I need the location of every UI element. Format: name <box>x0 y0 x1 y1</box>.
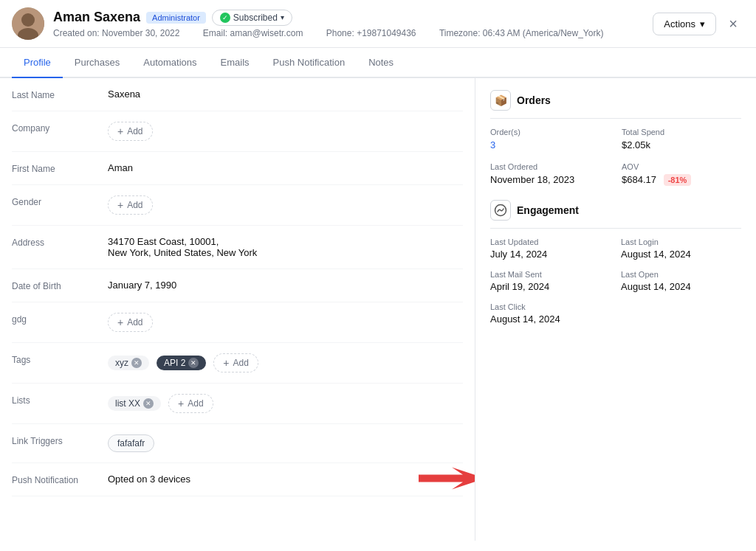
eng-last-open: Last Open August 14, 2024 <box>621 270 741 292</box>
list-xx: list XX ✕ <box>108 396 161 411</box>
tab-automations[interactable]: Automations <box>131 48 208 78</box>
subscribed-label: Subscribed <box>233 13 278 23</box>
eng-last-click: Last Click August 14, 2024 <box>490 302 611 325</box>
role-badge: Administrator <box>146 12 206 24</box>
engagement-title: Engagement <box>517 204 579 216</box>
user-name: Aman Saxena <box>53 10 140 25</box>
engagement-section: Engagement Last Updated July 14, 2024 La… <box>490 200 741 325</box>
engagement-header: Engagement <box>490 200 741 229</box>
aov-badge: -81% <box>664 174 692 186</box>
remove-list-xx[interactable]: ✕ <box>143 398 154 409</box>
check-icon <box>220 13 230 23</box>
main-content: Last Name Saxena Company Add First Name … <box>0 78 756 541</box>
header-info: Aman Saxena Administrator Subscribed ▾ C… <box>53 10 644 38</box>
tab-profile[interactable]: Profile <box>12 48 63 78</box>
svg-marker-3 <box>419 468 475 490</box>
tab-notes[interactable]: Notes <box>357 48 405 78</box>
eng-last-login: Last Login August 14, 2024 <box>621 238 741 260</box>
stat-orders: Order(s) 3 <box>490 128 610 150</box>
stat-aov: AOV $684.17 -81% <box>622 162 741 185</box>
orders-icon: 📦 <box>490 90 511 111</box>
field-lists: Lists list XX ✕ Add <box>12 384 463 424</box>
avatar <box>12 7 44 40</box>
eng-last-updated: Last Updated July 14, 2024 <box>490 238 611 260</box>
add-company-button[interactable]: Add <box>108 122 153 141</box>
svg-point-1 <box>21 13 35 27</box>
stat-last-ordered: Last Ordered November 18, 2023 <box>490 162 610 185</box>
header-actions: Actions ▾ × <box>653 13 744 35</box>
engagement-stats: Last Updated July 14, 2024 Last Login Au… <box>490 238 741 325</box>
field-push-notification: Push Notification Opted on 3 devices <box>12 463 463 496</box>
chevron-down-icon: ▾ <box>700 18 705 30</box>
remove-tag-xyz[interactable]: ✕ <box>131 358 142 368</box>
link-trigger-chip: fafafafr <box>108 434 154 452</box>
tabs: Profile Purchases Automations Emails Pus… <box>0 48 756 78</box>
add-tag-button[interactable]: Add <box>213 353 258 372</box>
field-gdg: gdg Add <box>12 302 463 343</box>
engagement-icon <box>490 200 511 221</box>
add-gender-button[interactable]: Add <box>108 195 153 215</box>
subscribed-badge[interactable]: Subscribed ▾ <box>212 10 292 26</box>
add-gdg-button[interactable]: Add <box>108 313 153 332</box>
tag-api2: API 2 ✕ <box>157 356 206 370</box>
arrow-annotation <box>419 464 475 496</box>
field-address: Address 34170 East Coast, 10001, New Yor… <box>12 226 463 269</box>
field-dob: Date of Birth January 7, 1990 <box>12 269 463 302</box>
field-tags: Tags xyz ✕ API 2 ✕ Add <box>12 343 463 384</box>
right-panel: 📦 Orders Order(s) 3 Total Spend $2.05k L… <box>475 78 756 541</box>
tab-push-notification[interactable]: Push Notification <box>261 48 357 78</box>
tab-purchases[interactable]: Purchases <box>63 48 131 78</box>
header: Aman Saxena Administrator Subscribed ▾ C… <box>0 0 756 48</box>
chevron-down-icon: ▾ <box>281 13 284 21</box>
field-company: Company Add <box>12 111 463 152</box>
field-first-name: First Name Aman <box>12 152 463 185</box>
header-meta: Created on: November 30, 2022 Email: ama… <box>53 28 644 38</box>
actions-button[interactable]: Actions ▾ <box>653 13 716 35</box>
field-gender: Gender Add <box>12 185 463 226</box>
stat-total-spend: Total Spend $2.05k <box>622 128 741 150</box>
add-list-button[interactable]: Add <box>168 394 213 413</box>
orders-stats: Order(s) 3 Total Spend $2.05k Last Order… <box>490 128 741 185</box>
remove-tag-api2[interactable]: ✕ <box>188 358 199 368</box>
field-last-name: Last Name Saxena <box>12 78 463 111</box>
eng-last-mail-sent: Last Mail Sent April 19, 2024 <box>490 270 611 292</box>
tag-xyz: xyz ✕ <box>108 356 149 370</box>
orders-header: 📦 Orders <box>490 90 741 119</box>
close-button[interactable]: × <box>722 13 744 35</box>
profile-panel: Last Name Saxena Company Add First Name … <box>0 78 475 541</box>
orders-section: 📦 Orders Order(s) 3 Total Spend $2.05k L… <box>490 90 741 185</box>
field-link-triggers: Link Triggers fafafafr <box>12 424 463 463</box>
tab-emails[interactable]: Emails <box>209 48 261 78</box>
orders-title: Orders <box>517 94 551 106</box>
